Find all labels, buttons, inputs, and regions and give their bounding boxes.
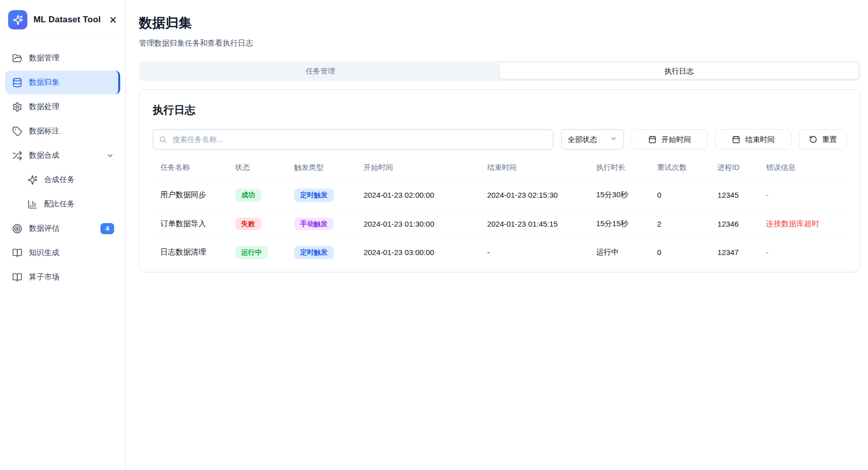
gear-icon (12, 102, 22, 112)
table-column-header: 错误信息 (762, 160, 847, 181)
end-time-cell: - (483, 238, 592, 267)
end-time-button[interactable]: 结束时间 (715, 129, 791, 150)
status-badge: 成功 (231, 181, 290, 210)
tab-execution-logs[interactable]: 执行日志 (500, 63, 858, 79)
shuffle-icon (12, 151, 22, 161)
panel-title: 执行日志 (153, 103, 847, 117)
sidebar-item-label: 数据合成 (29, 151, 59, 160)
process-id-cell: 12346 (713, 209, 762, 238)
app-logo (8, 10, 27, 29)
retry-count-cell: 0 (653, 238, 713, 267)
reset-button[interactable]: 重置 (799, 129, 847, 150)
status-badge: 运行中 (235, 246, 268, 259)
sidebar-item-synthesis-tasks[interactable]: 合成任务 (5, 168, 120, 192)
chevron-down-icon (106, 152, 114, 160)
execution-logs-panel: 执行日志 全部状态 开始时间 (139, 89, 860, 272)
table-column-header: 进程ID (713, 160, 762, 181)
tab-task-management[interactable]: 任务管理 (141, 63, 500, 79)
sidebar-item-label: 算子市场 (29, 272, 59, 282)
end-time-cell: 2024-01-23 02:15:30 (483, 181, 592, 210)
sidebar-item-data-management[interactable]: 数据管理 (5, 46, 120, 70)
duration-cell: 15分15秒 (592, 209, 653, 238)
duration-cell: 15分30秒 (592, 181, 653, 210)
sidebar-item-label: 数据管理 (29, 53, 59, 63)
retry-count-cell: 0 (653, 181, 713, 210)
status-badge: 成功 (235, 189, 261, 202)
sidebar-item-data-collection[interactable]: 数据归集 (5, 70, 120, 94)
sidebar-nav: 数据管理数据归集数据处理数据标注数据合成合成任务配比任务数据评估4知识生成算子市… (0, 40, 125, 470)
sidebar-item-ratio-tasks[interactable]: 配比任务 (5, 192, 120, 216)
bar-chart-icon (27, 199, 38, 209)
main-content: 数据归集 管理数据归集任务和查看执行日志 任务管理 执行日志 执行日志 全部状态 (126, 0, 868, 470)
reset-label: 重置 (822, 135, 837, 144)
sidebar-item-label: 知识生成 (29, 248, 59, 258)
chevron-down-icon (610, 135, 617, 144)
trigger-type-badge: 手动触发 (290, 209, 360, 238)
table-column-header: 触发类型 (290, 160, 360, 181)
folder-open-icon (12, 53, 22, 63)
start-time-cell: 2024-01-23 01:30:00 (360, 209, 483, 238)
count-badge: 4 (100, 223, 114, 234)
trigger-type-badge: 定时触发 (290, 181, 360, 210)
start-time-label: 开始时间 (662, 135, 691, 144)
search-input[interactable] (153, 129, 553, 150)
end-time-label: 结束时间 (745, 135, 775, 144)
table-column-header: 状态 (231, 160, 290, 181)
search-icon (159, 135, 167, 143)
table-column-header: 任务名称 (153, 160, 231, 181)
sidebar-item-knowledge-generation[interactable]: 知识生成 (5, 241, 120, 265)
process-id-cell: 12347 (713, 238, 762, 267)
status-filter-select[interactable]: 全部状态 (561, 129, 624, 150)
target-icon (12, 224, 22, 234)
table-header: 任务名称状态触发类型开始时间结束时间执行时长重试次数进程ID错误信息 (153, 160, 847, 181)
book-open-icon (12, 248, 22, 258)
page-title: 数据归集 (139, 14, 860, 32)
sidebar-header: ML Dataset Tool ✕ (0, 0, 125, 40)
retry-count-cell: 2 (653, 209, 713, 238)
error-message-cell: - (762, 238, 847, 267)
process-id-cell: 12345 (713, 181, 762, 210)
table-column-header: 结束时间 (483, 160, 592, 181)
status-badge: 失败 (235, 218, 261, 231)
calendar-icon (732, 135, 740, 143)
sidebar-item-label: 数据标注 (29, 126, 59, 136)
sidebar-item-data-annotation[interactable]: 数据标注 (5, 119, 120, 143)
sidebar-item-data-processing[interactable]: 数据处理 (5, 95, 120, 119)
search-field-wrap (153, 129, 553, 150)
status-filter-value: 全部状态 (568, 135, 597, 144)
rotate-ccw-icon (809, 135, 817, 143)
status-badge: 失败 (231, 209, 290, 238)
table-column-header: 执行时长 (592, 160, 653, 181)
table-column-header: 开始时间 (360, 160, 483, 181)
task-name-cell: 订单数据导入 (153, 209, 231, 238)
sidebar-item-data-synthesis[interactable]: 数据合成 (5, 143, 120, 167)
table-row: 用户数据同步成功定时触发2024-01-23 02:00:002024-01-2… (153, 181, 847, 210)
table-row: 订单数据导入失败手动触发2024-01-23 01:30:002024-01-2… (153, 209, 847, 238)
sidebar: ML Dataset Tool ✕ 数据管理数据归集数据处理数据标注数据合成合成… (0, 0, 126, 470)
sidebar-item-label: 数据归集 (29, 78, 59, 87)
sidebar-item-operator-market[interactable]: 算子市场 (5, 265, 120, 289)
start-time-button[interactable]: 开始时间 (632, 129, 708, 150)
start-time-cell: 2024-01-23 02:00:00 (360, 181, 483, 210)
app-title: ML Dataset Tool (33, 15, 101, 25)
end-time-cell: 2024-01-23 01:45:15 (483, 209, 592, 238)
error-message-cell: - (762, 181, 847, 210)
trigger-type-badge: 定时触发 (294, 246, 334, 259)
close-icon[interactable]: ✕ (107, 13, 119, 27)
calendar-icon (648, 135, 656, 143)
error-message-cell: 连接数据库超时 (762, 209, 847, 238)
task-name-cell: 日志数据清理 (153, 238, 231, 267)
tab-bar: 任务管理 执行日志 (139, 61, 860, 81)
table-row: 日志数据清理运行中定时触发2024-01-23 03:00:00-运行中0123… (153, 238, 847, 267)
start-time-cell: 2024-01-23 03:00:00 (360, 238, 483, 267)
trigger-type-badge: 定时触发 (294, 189, 334, 202)
log-table-body: 用户数据同步成功定时触发2024-01-23 02:00:002024-01-2… (153, 181, 847, 267)
sidebar-item-data-evaluation[interactable]: 数据评估4 (5, 216, 120, 240)
execution-logs-table: 任务名称状态触发类型开始时间结束时间执行时长重试次数进程ID错误信息 用户数据同… (153, 160, 847, 267)
sparkles-icon (27, 175, 38, 185)
trigger-type-badge: 手动触发 (294, 218, 334, 231)
page-subtitle: 管理数据归集任务和查看执行日志 (139, 39, 860, 48)
trigger-type-badge: 定时触发 (290, 238, 360, 267)
task-name-cell: 用户数据同步 (153, 181, 231, 210)
database-icon (12, 78, 22, 88)
